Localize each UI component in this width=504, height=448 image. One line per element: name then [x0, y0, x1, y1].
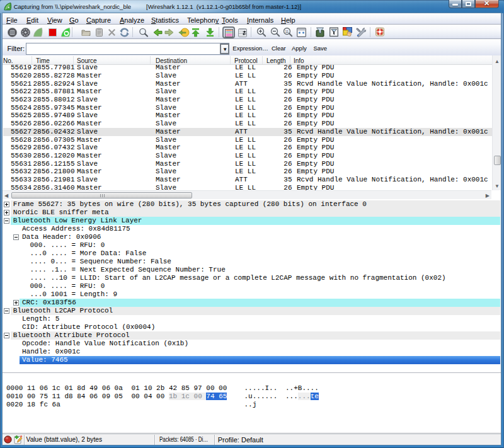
- svg-text:11: 11: [285, 30, 289, 33]
